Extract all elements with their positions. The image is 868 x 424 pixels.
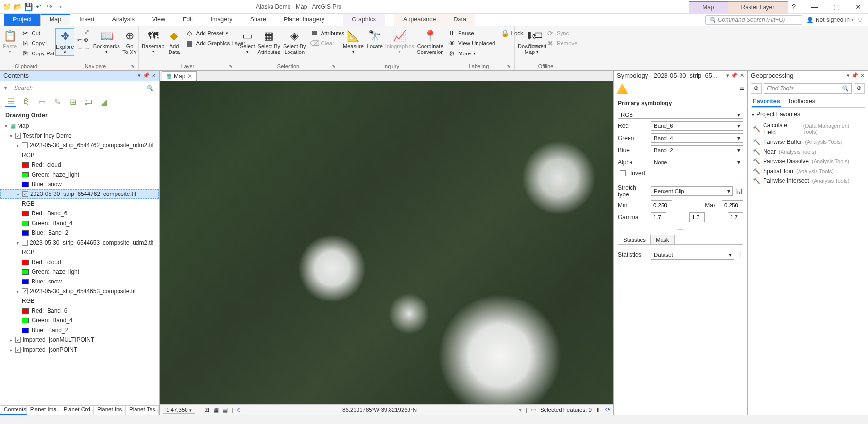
list-editing-icon[interactable]: ✎ [52, 97, 63, 107]
blue-band-select[interactable]: Band_2▾ [651, 145, 743, 155]
stats-options-icon[interactable]: ⋮ [737, 251, 743, 258]
min-input[interactable] [651, 200, 672, 210]
histogram-icon[interactable]: 📊 [736, 188, 743, 194]
tab-planet-imagery[interactable]: Planet Imagery [275, 14, 333, 26]
select-by-location-button[interactable]: ◈Select By Location [283, 28, 306, 56]
layer-checkbox[interactable] [22, 240, 28, 246]
tool-item[interactable]: 🔨Pairwise Dissolve (Analysis Tools) [751, 157, 865, 166]
goto-xy-button[interactable]: ⊕Go To XY [122, 28, 136, 56]
symbology-type-icon[interactable] [617, 83, 628, 94]
tool-item[interactable]: 🔨Pairwise Buffer (Analysis Tools) [751, 137, 865, 147]
select-by-attributes-button[interactable]: ▦Select By Attributes [258, 28, 280, 56]
group-layer-node[interactable]: ▾Test for Indy Demo [0, 131, 159, 141]
coordinate-conversion-button[interactable]: 📍Coordinate Conversion [417, 28, 444, 56]
layer-node[interactable]: ▾2023-05-30_strip_6544762_composite_udm2… [0, 141, 159, 150]
help-button[interactable]: ? [788, 2, 800, 12]
map-node[interactable]: ▾▦Map [0, 121, 159, 131]
red-band-select[interactable]: Band_6▾ [651, 121, 743, 131]
invert-checkbox[interactable] [620, 170, 626, 176]
layer-checkbox[interactable] [22, 191, 28, 197]
pin-icon[interactable]: 📌 [851, 72, 858, 79]
fwd-icon[interactable]: → [85, 45, 90, 52]
geo-menu-icon[interactable]: ▾ [847, 72, 850, 79]
view-unplaced-button[interactable]: 👁View Unplaced [446, 38, 497, 48]
tab-share[interactable]: Share [241, 14, 275, 26]
close-pane-icon[interactable]: ✕ [740, 72, 744, 79]
minimize-button[interactable]: — [807, 2, 822, 12]
bottom-tab[interactable]: Planet Ima... [27, 406, 60, 415]
list-source-icon[interactable]: 🛢 [21, 97, 32, 107]
bottom-tab[interactable]: Contents [0, 406, 27, 415]
status-tool-icon2[interactable]: ▦ [213, 406, 219, 413]
bookmarks-button[interactable]: 📖Bookmarks▾ [93, 28, 119, 55]
explore-button[interactable]: ✥Explore▾ [55, 28, 74, 56]
back-icon[interactable]: ← [77, 45, 83, 52]
tab-appearance[interactable]: Appearance [394, 14, 444, 26]
stretch-type-select[interactable]: Percent Clip▾ [651, 186, 733, 196]
pause-labeling-button[interactable]: ⏸Pause [446, 28, 497, 38]
pin-icon[interactable]: 📌 [731, 72, 738, 79]
add-tool-icon[interactable]: ⊕ [854, 83, 865, 94]
find-tools-input[interactable]: Find Tools🔍 [764, 83, 852, 94]
layer-checkbox[interactable] [15, 133, 21, 139]
infographics-button[interactable]: 📈Infographics▾ [386, 28, 414, 55]
notifications-icon[interactable]: ▽ [858, 17, 862, 23]
bottom-tab[interactable]: Planet Tas... [126, 406, 159, 415]
tool-item[interactable]: 🔨Near (Analysis Tools) [751, 147, 865, 157]
sync-button[interactable]: ⟳Sync [545, 28, 579, 38]
basemap-button[interactable]: 🗺Basemap▾ [142, 28, 164, 55]
measure-button[interactable]: 📐Measure▾ [343, 28, 364, 55]
status-tool-icon3[interactable]: ▤ [222, 406, 228, 413]
tool-item[interactable]: 🔨Pairwise Intersect (Analysis Tools) [751, 176, 865, 186]
more-labeling-button[interactable]: ⚙More ▾ [446, 49, 497, 58]
layer-node[interactable]: ▾2023-05-30_strip_6544653_composite.tif [0, 286, 159, 296]
list-labeling-icon[interactable]: 🏷 [83, 97, 94, 107]
bottom-tab[interactable]: Planet Ins... [94, 406, 126, 415]
map-scale-input[interactable]: 1:47,350 ▾ [163, 406, 195, 414]
favorites-tab[interactable]: Favorites [752, 96, 781, 107]
statistics-tab[interactable]: Statistics [618, 235, 651, 244]
maximize-button[interactable]: ▢ [830, 2, 844, 12]
contents-tree[interactable]: ▾▦Map▾Test for Indy Demo▾2023-05-30_stri… [0, 121, 159, 405]
gamma-b-input[interactable] [728, 212, 743, 222]
zoom-in-icon[interactable]: ⊕ [84, 36, 88, 43]
full-extent-icon[interactable]: ⛶ [77, 28, 83, 35]
tab-edit[interactable]: Edit [174, 14, 202, 26]
status-tool-icon[interactable]: ⊞ [204, 406, 209, 413]
close-map-tab-icon[interactable]: ✕ [187, 73, 192, 80]
bottom-tab[interactable]: Planet Ord... [60, 406, 94, 415]
tab-data[interactable]: Data [445, 14, 475, 26]
mask-tab[interactable]: Mask [650, 235, 674, 244]
pin-icon[interactable]: 📌 [143, 72, 150, 79]
layer-checkbox[interactable] [15, 347, 21, 353]
hamburger-icon[interactable]: ≡ [740, 84, 744, 93]
list-snapping-icon[interactable]: ⊞ [68, 97, 78, 107]
statistics-select[interactable]: Dataset▾ [651, 250, 734, 260]
close-pane-icon[interactable]: ✕ [860, 72, 865, 79]
command-search-input[interactable]: 🔍Command Search (Alt+Q) [705, 15, 802, 25]
tab-map[interactable]: Map [40, 14, 70, 26]
close-pane-icon[interactable]: ✕ [152, 72, 156, 79]
symbology-scheme-select[interactable]: RGB▾ [618, 111, 743, 119]
green-band-select[interactable]: Band_4▾ [651, 133, 743, 143]
map-view-tab[interactable]: ▦ Map ✕ [162, 71, 197, 81]
list-drawing-order-icon[interactable]: ☰ [5, 97, 16, 107]
gamma-g-input[interactable] [689, 212, 705, 222]
download-map-button[interactable]: ⬇Download Map [518, 28, 542, 56]
contents-menu-icon[interactable]: ▾ [138, 72, 141, 79]
tab-view[interactable]: View [143, 14, 174, 26]
chevron-down-icon[interactable]: ▾ [752, 112, 754, 117]
back-icon[interactable]: ⊕ [751, 83, 762, 94]
gamma-r-input[interactable] [651, 212, 666, 222]
select-button[interactable]: ▭Select▾ [240, 28, 255, 55]
list-perspective-icon[interactable]: ◢ [99, 97, 109, 107]
symbology-pane-header[interactable]: Symbology - 2023-05-30_strip_65... ▾📌✕ [614, 71, 747, 81]
tab-analysis[interactable]: Analysis [103, 14, 144, 26]
filter-icon[interactable]: ▼ [3, 85, 9, 91]
signin-button[interactable]: 👤 Not signed in ▾ [806, 17, 854, 23]
sym-menu-icon[interactable]: ▾ [726, 72, 729, 79]
map-canvas[interactable] [160, 81, 613, 404]
tab-project[interactable]: Project [4, 14, 40, 26]
tab-graphics[interactable]: Graphics [343, 14, 385, 26]
tab-insert[interactable]: Insert [70, 14, 103, 26]
